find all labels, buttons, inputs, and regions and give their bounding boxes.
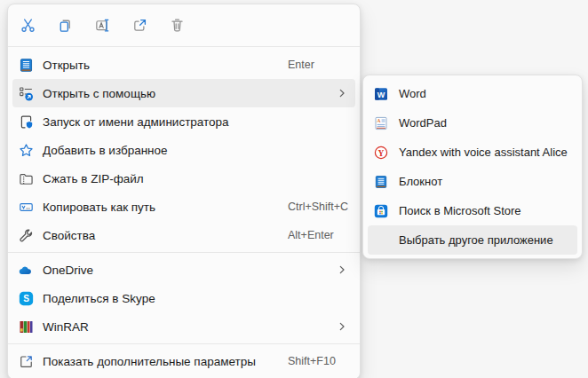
svg-text:Y: Y xyxy=(377,148,384,157)
wordpad-icon: A xyxy=(373,115,388,130)
menu-item-show-more-options[interactable]: Показать дополнительные параметры Shift+… xyxy=(12,347,355,375)
submenu-item-yandex[interactable]: Y Yandex with voice assistant Alice xyxy=(368,138,577,167)
skype-icon: S xyxy=(18,290,34,306)
menu-item-open-with[interactable]: Открыть с помощью xyxy=(12,79,355,107)
submenu-item-label: Выбрать другое приложение xyxy=(399,233,553,247)
icon-placeholder xyxy=(373,232,388,248)
wrench-icon xyxy=(18,227,34,243)
share-icon xyxy=(131,17,148,37)
menu-item-label: Свойства xyxy=(43,229,95,242)
microsoft-store-icon xyxy=(373,203,388,218)
menu-item-label: Добавить в избранное xyxy=(43,144,168,157)
copy-path-icon xyxy=(18,199,34,215)
menu-item-shortcut: Ctrl+Shift+C xyxy=(288,201,348,213)
share-button[interactable] xyxy=(128,15,152,39)
submenu-item-label: Поиск в Microsoft Store xyxy=(399,204,521,217)
star-icon xyxy=(18,142,34,158)
menu-item-shortcut: Alt+Enter xyxy=(288,229,334,241)
notepad-icon xyxy=(373,174,388,189)
submenu-item-label: Yandex with voice assistant Alice xyxy=(399,146,568,159)
submenu-item-label: Блокнот xyxy=(399,175,442,188)
menu-item-label: Открыть xyxy=(43,59,90,72)
group-separator xyxy=(8,343,360,344)
menu-item-add-to-favorites[interactable]: Добавить в избранное xyxy=(12,136,355,164)
menu-item-properties[interactable]: Свойства Alt+Enter xyxy=(12,221,355,249)
menu-item-label: Открыть с помощью xyxy=(43,87,155,100)
zip-folder-icon xyxy=(18,170,34,186)
copy-icon xyxy=(57,17,74,37)
winrar-icon xyxy=(18,319,34,335)
svg-text:W: W xyxy=(377,90,385,98)
menu-item-compress-zip[interactable]: Сжать в ZIP-файл xyxy=(12,164,355,193)
chevron-right-icon xyxy=(337,88,347,98)
menu-item-label: WinRAR xyxy=(43,320,89,334)
context-menu: Открыть Enter Открыть с помощью Запуск о… xyxy=(7,4,361,378)
menu-item-label: Сжать в ZIP-файл xyxy=(43,172,144,185)
group-separator xyxy=(8,252,360,253)
delete-icon xyxy=(169,17,186,37)
menu-item-winrar[interactable]: WinRAR xyxy=(12,312,355,341)
rename-icon xyxy=(94,17,111,37)
menu-item-share-skype[interactable]: S Поделиться в Skype xyxy=(12,284,355,312)
onedrive-cloud-icon xyxy=(18,262,34,278)
chevron-right-icon xyxy=(337,321,347,332)
rename-button[interactable] xyxy=(91,15,115,39)
external-arrow-icon xyxy=(18,353,34,369)
submenu-item-label: WordPad xyxy=(399,116,447,130)
copy-button[interactable] xyxy=(53,15,77,39)
quick-actions-toolbar xyxy=(12,8,355,46)
cut-icon xyxy=(20,17,36,37)
menu-item-label: Поделиться в Skype xyxy=(43,292,155,305)
menu-item-label: Копировать как путь xyxy=(43,201,155,214)
menu-item-open[interactable]: Открыть Enter xyxy=(12,51,355,79)
submenu-item-word[interactable]: W Word xyxy=(368,79,577,108)
submenu-item-search-store[interactable]: Поиск в Microsoft Store xyxy=(368,196,577,225)
menu-item-label: Запуск от имени администратора xyxy=(43,115,229,129)
notepad-icon xyxy=(18,57,34,73)
menu-item-label: OneDrive xyxy=(43,264,93,277)
toolbar-separator xyxy=(8,46,360,47)
open-with-icon xyxy=(18,85,34,101)
menu-item-label: Показать дополнительные параметры xyxy=(43,355,256,368)
menu-item-onedrive[interactable]: OneDrive xyxy=(12,256,355,284)
menu-item-shortcut: Enter xyxy=(288,59,314,71)
delete-button[interactable] xyxy=(165,15,189,39)
svg-text:A: A xyxy=(377,118,381,123)
submenu-item-label: Word xyxy=(399,87,426,100)
menu-item-copy-as-path[interactable]: Копировать как путь Ctrl+Shift+C xyxy=(12,193,355,221)
open-with-submenu: W Word A WordPad Y Yandex with voice ass… xyxy=(362,75,583,259)
yandex-icon: Y xyxy=(373,145,388,160)
menu-item-shortcut: Shift+F10 xyxy=(288,355,336,367)
submenu-item-wordpad[interactable]: A WordPad xyxy=(368,108,577,138)
chevron-right-icon xyxy=(337,264,347,275)
submenu-item-choose-another-app[interactable]: Выбрать другое приложение xyxy=(368,225,577,255)
cut-button[interactable] xyxy=(16,15,40,39)
word-icon: W xyxy=(373,86,388,101)
admin-shield-icon xyxy=(18,114,34,130)
menu-item-run-as-admin[interactable]: Запуск от имени администратора xyxy=(12,107,355,136)
submenu-item-notepad[interactable]: Блокнот xyxy=(368,167,577,196)
svg-text:S: S xyxy=(23,294,29,303)
